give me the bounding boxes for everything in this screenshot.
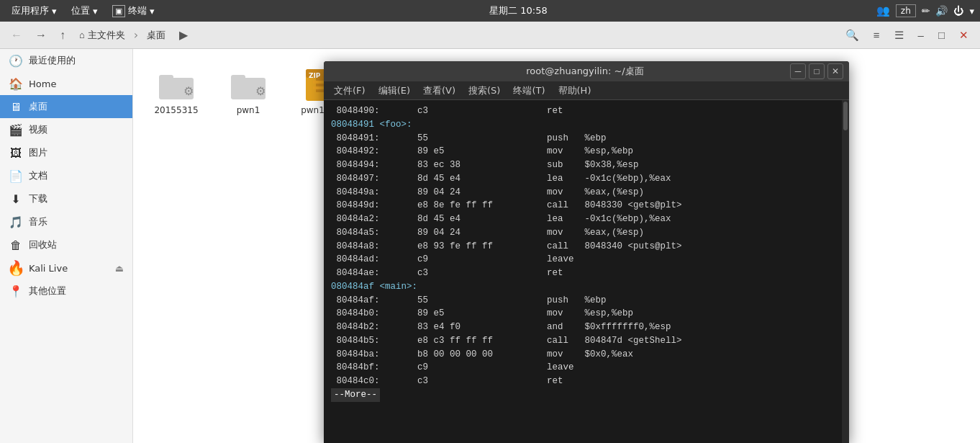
sidebar-item-home[interactable]: 🏠 Home (0, 72, 132, 95)
view-toggle-2[interactable]: ☰ (889, 26, 909, 45)
apps-chevron: ▾ (52, 6, 57, 17)
sidebar-item-other[interactable]: 📍 其他位置 (0, 279, 132, 303)
home-icon: 🏠 (9, 76, 23, 91)
sidebar-item-pictures[interactable]: 🖼 图片 (0, 141, 132, 164)
svg-rect-12 (313, 81, 322, 84)
sidebar-item-recent[interactable]: 🕐 最近使用的 (0, 49, 132, 72)
terminal-minimize-button[interactable]: ─ (790, 63, 806, 79)
sidebar-item-video[interactable]: 🎬 视频 (0, 118, 132, 141)
svg-text:⚙: ⚙ (255, 84, 266, 98)
sidebar-label-recent: 最近使用的 (29, 54, 76, 67)
sidebar-label-other: 其他位置 (29, 285, 66, 297)
terminal-line-0: 8048490: c3 ret (331, 104, 842, 118)
folder-icon-pwn1: ⚙ (231, 68, 266, 102)
svg-rect-1 (159, 75, 173, 81)
taskbar-left: 应用程序 ▾ 位置 ▾ ▣ 终端 ▾ (6, 3, 160, 19)
location-label: 位置 (71, 4, 90, 17)
terminal-label: 终端 (128, 4, 147, 17)
view-toggle-1[interactable]: ≡ (868, 26, 886, 44)
pictures-icon: 🖼 (9, 146, 23, 160)
menu-edit[interactable]: 编辑(E) (373, 83, 416, 99)
terminal-line-13: 80484ae: c3 ret (331, 267, 842, 280)
forward-button[interactable]: → (30, 26, 52, 45)
path-separator: › (134, 28, 138, 42)
search-button[interactable]: 🔍 (840, 26, 865, 45)
path-next-button[interactable]: ▶ (174, 25, 193, 45)
docs-icon: 📄 (9, 169, 23, 183)
file-label-pwn1: pwn1 (237, 105, 260, 115)
location-menu-button[interactable]: 位置 ▾ (65, 3, 104, 19)
terminal-scrollbar[interactable] (842, 100, 849, 443)
sidebar-item-desktop[interactable]: 🖥 桌面 (0, 95, 132, 118)
apps-label: 应用程序 (12, 4, 49, 17)
sidebar-label-video: 视频 (29, 123, 47, 136)
lang-chevron: ▾ (969, 6, 974, 17)
terminal-line-3: 8048491: 55 push %ebp (331, 132, 842, 146)
recent-icon: 🕐 (9, 53, 23, 68)
terminal-line-6: 8048497: 8d 45 e4 lea -0x1c(%ebp),%eax (331, 172, 842, 186)
sidebar-item-music[interactable]: 🎵 音乐 (0, 210, 132, 233)
terminal-menu-button[interactable]: ▣ 终端 ▾ (106, 3, 160, 19)
parent-icon: ↑ (60, 29, 65, 41)
lang-indicator[interactable]: zh (896, 4, 916, 17)
sidebar-label-kali: Kali Live (29, 263, 68, 274)
maximize-button[interactable]: □ (933, 26, 950, 44)
terminal-line-16: 80484af: 55 push %ebp (331, 294, 842, 308)
menu-view[interactable]: 查看(V) (417, 83, 461, 99)
power-icon[interactable]: ⏻ (953, 5, 963, 17)
terminal-icon: ▣ (112, 5, 125, 17)
terminal-line-4: 8048492: 89 e5 mov %esp,%ebp (331, 145, 842, 158)
svg-text:⚙: ⚙ (183, 84, 194, 98)
volume-icon[interactable]: 🔊 (935, 5, 948, 17)
eject-icon[interactable]: ⏏ (115, 263, 124, 274)
pen-icon: ✏ (922, 5, 930, 17)
desktop-label: 桌面 (147, 29, 165, 42)
folder-icon-20155315: ⚙ (159, 68, 194, 102)
sidebar-item-download[interactable]: ⬇ 下载 (0, 187, 132, 210)
terminal-line-17: 80484b0: 89 e5 mov %esp,%ebp (331, 307, 842, 321)
terminal-line-7: 804849a: 89 04 24 mov %eax,(%esp) (331, 186, 842, 200)
terminal-line-5: 8048494: 83 ec 38 sub $0x38,%esp (331, 158, 842, 172)
sidebar-label-trash: 回收站 (29, 238, 57, 251)
terminal-line-22: 80484c0: c3 ret (331, 375, 842, 388)
sidebar: 🕐 最近使用的 🏠 Home 🖥 桌面 🎬 视频 🖼 图片 📄 文档 ⬇ 下载 … (0, 49, 133, 443)
terminal-line-10: 80484a5: 89 04 24 mov %eax,(%esp) (331, 226, 842, 240)
menu-terminal[interactable]: 终端(T) (507, 83, 550, 99)
terminal-line-9: 80484a2: 8d 45 e4 lea -0x1c(%ebp),%eax (331, 212, 842, 226)
sidebar-item-trash[interactable]: 🗑 回收站 (0, 233, 132, 256)
toolbar-right-actions: 🔍 ≡ ☰ – □ ✕ (840, 26, 974, 45)
parent-button[interactable]: ↑ (55, 26, 71, 45)
menu-help[interactable]: 帮助(H) (553, 83, 597, 99)
terminal-line-15: 080484af <main>: (331, 280, 842, 294)
trash-icon: 🗑 (9, 238, 23, 252)
minimize-button[interactable]: – (912, 26, 930, 44)
file-item-pwn1[interactable]: ⚙ pwn1 (219, 63, 277, 120)
terminal-body[interactable]: 8048490: c3 ret08048491 <foo>: 8048491: … (324, 100, 849, 443)
home-icon: ⌂ (79, 30, 85, 40)
menu-file[interactable]: 文件(F) (328, 83, 371, 99)
svg-rect-13 (313, 86, 322, 89)
terminal-titlebar: root@zhuangyilin: ~/桌面 ─ □ ✕ (324, 61, 849, 81)
terminal-close-button[interactable]: ✕ (827, 63, 843, 79)
home-path-button[interactable]: ⌂ 主文件夹 (73, 27, 131, 44)
terminal-scroll-thumb (843, 102, 848, 130)
taskbar: 应用程序 ▾ 位置 ▾ ▣ 终端 ▾ 星期二 10:58 👥 zh ✏ 🔊 ⏻ … (0, 0, 980, 22)
terminal-line-18: 80484b2: 83 e4 f0 and $0xfffffff0,%esp (331, 321, 842, 334)
sidebar-label-docs: 文档 (29, 169, 47, 182)
sidebar-label-home: Home (29, 79, 56, 89)
terminal-menu: 文件(F) 编辑(E) 查看(V) 搜索(S) 终端(T) 帮助(H) (324, 81, 849, 100)
desktop-icon: 🖥 (9, 99, 23, 114)
apps-menu-button[interactable]: 应用程序 ▾ (6, 3, 63, 19)
menu-search[interactable]: 搜索(S) (463, 83, 506, 99)
sidebar-item-kali[interactable]: 🔥 Kali Live ⏏ (0, 256, 132, 279)
terminal-maximize-button[interactable]: □ (809, 63, 825, 79)
kali-icon: 🔥 (9, 261, 23, 275)
desktop-path-button[interactable]: 桌面 (141, 27, 171, 44)
close-button[interactable]: ✕ (953, 26, 974, 45)
file-item-20155315[interactable]: ⚙ 20155315 (148, 63, 205, 120)
back-button[interactable]: ← (6, 26, 27, 45)
terminal-controls: ─ □ ✕ (790, 63, 843, 79)
sidebar-item-docs[interactable]: 📄 文档 (0, 164, 132, 187)
terminal-title: root@zhuangyilin: ~/桌面 (380, 65, 790, 78)
file-label-20155315: 20155315 (154, 105, 198, 115)
